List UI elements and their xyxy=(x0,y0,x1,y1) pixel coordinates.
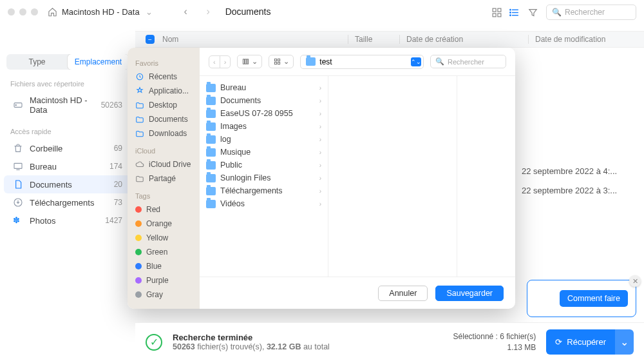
svg-rect-3 xyxy=(498,13,501,16)
expand-icon: ⌃⌄ xyxy=(411,57,421,66)
folder-column: Bureau›Documents›EaseUS 07-28 0955›Image… xyxy=(200,76,328,277)
folder-item[interactable]: Vidéos› xyxy=(200,197,328,210)
folder-item[interactable]: log› xyxy=(200,133,328,146)
svg-rect-12 xyxy=(14,163,22,168)
sidebar-item-downloads[interactable]: Téléchargements73 xyxy=(4,193,131,211)
chevron-right-icon: › xyxy=(319,149,321,156)
traffic-lights[interactable] xyxy=(8,8,38,15)
sidebar-item-documents[interactable]: Documents20 xyxy=(4,175,131,193)
tag-dot-icon xyxy=(135,277,142,284)
sidebar-item-trash[interactable]: Corbeille69 xyxy=(4,139,131,157)
svg-rect-21 xyxy=(275,62,277,64)
tag-dot-icon xyxy=(135,220,142,227)
dialog-sidebar-item[interactable]: Desktop xyxy=(128,98,200,112)
dialog-sidebar-item[interactable]: Downloads xyxy=(128,126,200,141)
save-button[interactable]: Sauvegarder xyxy=(435,286,504,301)
folder-item[interactable]: Musique› xyxy=(200,146,328,159)
columns-header: − Nom Taille Date de création Date de mo… xyxy=(135,31,644,48)
folder-item[interactable]: Images› xyxy=(200,120,328,133)
svg-point-7 xyxy=(510,9,511,10)
recover-button[interactable]: ⟳Récupérer ⌄ xyxy=(546,329,634,355)
folder-icon xyxy=(306,57,316,66)
chevron-right-icon: › xyxy=(319,188,321,195)
back-button[interactable]: ‹ xyxy=(180,6,191,17)
dialog-tag-item[interactable]: Purple xyxy=(128,273,200,288)
dialog-nav[interactable]: ‹› xyxy=(209,55,231,68)
preview-column xyxy=(328,76,457,277)
chevron-right-icon: › xyxy=(319,84,321,92)
svg-rect-0 xyxy=(493,8,496,12)
folder-item[interactable]: Téléchargements› xyxy=(200,184,328,197)
chevron-right-icon: › xyxy=(319,136,321,143)
filter-icon[interactable] xyxy=(527,7,538,18)
chevron-down-icon[interactable]: ⌄ xyxy=(615,329,634,355)
close-icon[interactable]: ✕ xyxy=(629,275,641,287)
howto-button[interactable]: Comment faire xyxy=(560,290,628,307)
fav-icon xyxy=(135,129,144,138)
dialog-tag-item[interactable]: Orange xyxy=(128,217,200,231)
dialog-sidebar-item[interactable]: Documents xyxy=(128,112,200,126)
cloud-icon xyxy=(135,174,144,183)
svg-rect-17 xyxy=(245,59,247,64)
dialog-sidebar-item[interactable]: iCloud Drive xyxy=(128,157,200,171)
svg-rect-22 xyxy=(278,62,280,64)
folder-item[interactable]: Public› xyxy=(200,159,328,171)
dialog-tag-item[interactable]: Gray xyxy=(128,288,200,302)
list-view-icon[interactable] xyxy=(509,7,520,18)
dialog-tag-item[interactable]: Green xyxy=(128,245,200,259)
chevron-right-icon: › xyxy=(319,97,321,104)
chevron-right-icon: › xyxy=(319,123,321,130)
segment-type[interactable]: Type xyxy=(6,54,68,70)
segment-location[interactable]: Emplacement xyxy=(68,54,129,70)
fav-icon xyxy=(135,115,144,124)
chevron-right-icon: › xyxy=(319,162,321,169)
search-input[interactable]: 🔍 Rechercher xyxy=(546,5,636,20)
folder-icon xyxy=(206,122,216,131)
sidebar-item-photos[interactable]: ✽Photos1427 xyxy=(4,211,131,229)
dialog-sidebar-item[interactable]: Applicatio... xyxy=(128,84,200,98)
tag-dot-icon xyxy=(135,206,142,213)
tag-dot-icon xyxy=(135,263,142,269)
location-label: Macintosh HD - Data xyxy=(62,7,140,17)
document-icon xyxy=(13,179,23,190)
folder-icon xyxy=(206,84,216,92)
fav-icon xyxy=(135,101,144,110)
layout-button[interactable]: ⌄ xyxy=(237,55,262,68)
svg-point-11 xyxy=(15,104,16,105)
folder-icon xyxy=(206,161,216,170)
chevron-down-icon: ⌄ xyxy=(283,57,289,66)
folder-item[interactable]: Documents› xyxy=(200,94,328,107)
desktop-icon xyxy=(13,161,23,171)
dialog-tag-item[interactable]: Blue xyxy=(128,259,200,273)
segment-control[interactable]: Type Emplacement xyxy=(6,54,129,70)
folder-item[interactable]: EaseUS 07-28 0955› xyxy=(200,107,328,120)
grid-view-icon[interactable] xyxy=(491,7,502,18)
howto-panel: ✕ Comment faire xyxy=(527,280,636,317)
dialog-search[interactable]: 🔍Rechercher xyxy=(430,55,506,68)
sidebar-item-desktop[interactable]: Bureau174 xyxy=(4,157,131,175)
dialog-sidebar-item[interactable]: Partagé xyxy=(128,171,200,186)
forward-button[interactable]: › xyxy=(203,6,214,17)
dialog-sidebar-item[interactable]: Récents xyxy=(128,70,200,84)
folder-item[interactable]: Sunlogin Files› xyxy=(200,171,328,184)
dialog-tag-item[interactable]: Red xyxy=(128,202,200,217)
fav-icon xyxy=(135,86,144,95)
dialog-tag-item[interactable]: Yellow xyxy=(128,231,200,245)
sidebar-item-disk[interactable]: Macintosh HD - Data50263 xyxy=(4,92,131,119)
download-icon xyxy=(13,197,23,208)
folder-icon xyxy=(206,174,216,182)
back-icon[interactable]: ‹ xyxy=(209,56,220,68)
svg-point-8 xyxy=(510,12,511,12)
folder-item[interactable]: Bureau› xyxy=(200,81,328,94)
cancel-button[interactable]: Annuler xyxy=(378,286,428,301)
search-icon: 🔍 xyxy=(435,57,444,66)
path-selector[interactable]: test ⌃⌄ xyxy=(300,55,424,69)
tag-dot-icon xyxy=(135,291,142,298)
save-dialog: Favoris RécentsApplicatio...DesktopDocum… xyxy=(128,48,515,309)
location-picker[interactable]: Macintosh HD - Data ⌄ xyxy=(47,6,155,17)
select-all-checkbox[interactable]: − xyxy=(146,35,155,44)
folder-icon xyxy=(206,135,216,144)
forward-icon[interactable]: › xyxy=(220,56,231,68)
group-button[interactable]: ⌄ xyxy=(269,55,294,68)
svg-rect-20 xyxy=(278,59,280,61)
